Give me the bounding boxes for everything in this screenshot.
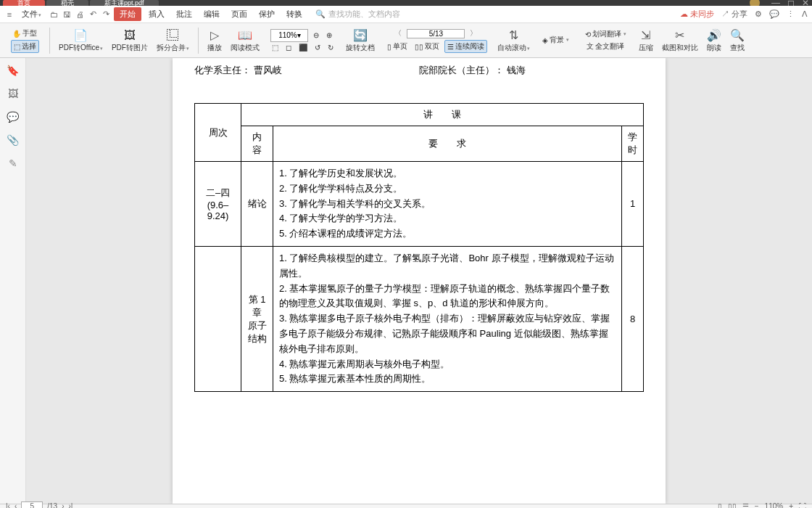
unsync-status[interactable]: ☁ 未同步 xyxy=(680,9,714,20)
save-icon[interactable]: 🖫 xyxy=(62,9,72,20)
pdf-to-image[interactable]: 🖼PDF转图片 xyxy=(109,25,151,57)
rotate-right-icon[interactable]: ↻ xyxy=(326,43,336,52)
tab-file[interactable]: 新主课ppt.pdf xyxy=(90,0,159,6)
cell-content: 第 1 章 原子结构 xyxy=(241,246,273,391)
tab-bar: 首页 稻壳 新主课ppt.pdf — ◻ ✕ xyxy=(0,0,812,6)
word-translate[interactable]: ⟲ 划词翻译▾ xyxy=(583,28,629,40)
toolbar: ✋ 手型 ⬚ 选择 📄PDF转Office▾ 🖼PDF转图片 ⿺拆分合并▾ ▷播… xyxy=(0,23,812,58)
actual-size-icon[interactable]: ⬛ xyxy=(297,43,310,52)
dept-head-label: 化学系主任： xyxy=(194,65,251,75)
cell-content: 绪论 xyxy=(241,162,273,247)
document-viewport[interactable]: 化学系主任： 曹风岐 院部院长（主任）： 钱海 周次 讲 课 内 容 要 求 学… xyxy=(26,58,812,504)
th-content: 内 容 xyxy=(241,126,273,162)
redo-icon[interactable]: ↷ xyxy=(101,9,111,20)
menu-page[interactable]: 页面 xyxy=(227,7,252,21)
side-nav: 🔖 🖼 💬 📎 ✎ xyxy=(0,58,26,504)
dean-name: 钱海 xyxy=(507,65,526,75)
hand-tool[interactable]: ✋ 手型 xyxy=(10,28,39,39)
menu-bar: ≡ 文件▾ 🗀 🖫 🖨 ↶ ↷ 开始 插入 批注 编辑 页面 保护 转换 🔍 查… xyxy=(0,6,812,23)
menu-start[interactable]: 开始 xyxy=(114,7,141,21)
view-mode-1-icon[interactable]: ▯ xyxy=(718,502,722,508)
prev-page-icon[interactable]: ‹ xyxy=(14,502,17,508)
dean-label: 院部院长（主任）： xyxy=(419,65,504,75)
page-indicator[interactable]: 5/13 xyxy=(407,29,465,38)
continuous-read[interactable]: ☰ 连续阅读 xyxy=(444,40,487,53)
status-bar: |‹ ‹ 5 /13 › ›| ▯ ▯▯ ☰ − 110% + ⛶ xyxy=(0,504,812,508)
zoom-out-btn[interactable]: − xyxy=(755,502,759,508)
cell-requirements: 1. 了解化学历史和发展状况。 2. 了解化学学科特点及分支。 3. 了解化学与… xyxy=(273,162,622,247)
screenshot-compare[interactable]: ✂截图和对比 xyxy=(659,25,701,57)
full-translate[interactable]: 文 全文翻译 xyxy=(584,41,626,52)
select-tool[interactable]: ⬚ 选择 xyxy=(11,40,39,53)
cell-hours: 8 xyxy=(622,246,644,391)
cell-hours: 1 xyxy=(622,162,644,247)
cell-requirements: 1. 了解经典核模型的建立。了解氢原子光谱、Bohr 原子模型，理解微观粒子运动… xyxy=(273,246,622,391)
table-row: 第 1 章 原子结构 1. 了解经典核模型的建立。了解氢原子光谱、Bohr 原子… xyxy=(195,246,644,391)
fit-width-icon[interactable]: ⬚ xyxy=(270,43,281,52)
page-total: /13 xyxy=(47,502,57,508)
double-page[interactable]: ▯▯ 双页 xyxy=(413,41,442,52)
th-requirements: 要 求 xyxy=(273,126,622,162)
find-button[interactable]: 🔍查找 xyxy=(727,25,747,57)
search-icon: 🔍 xyxy=(315,9,326,19)
attachment-icon[interactable]: 📎 xyxy=(7,134,20,147)
undo-icon[interactable]: ↶ xyxy=(88,9,98,20)
fit-page-icon[interactable]: ◻ xyxy=(283,43,294,52)
table-row: 二–四 (9.6– 9.24) 绪论 1. 了解化学历史和发展状况。 2. 了解… xyxy=(195,162,644,247)
pdf-to-office[interactable]: 📄PDF转Office▾ xyxy=(56,25,106,57)
menu-insert[interactable]: 插入 xyxy=(144,7,169,21)
syllabus-table: 周次 讲 课 内 容 要 求 学时 起 止 日 月 二–四 (9.6– 9.24… xyxy=(194,103,644,392)
open-icon[interactable]: 🗀 xyxy=(49,9,59,20)
view-mode-3-icon[interactable]: ☰ xyxy=(742,502,749,508)
th-lecture: 讲 课 xyxy=(241,104,644,126)
page-5: 化学系主任： 曹风岐 院部院长（主任）： 钱海 周次 讲 课 内 容 要 求 学… xyxy=(173,58,666,504)
print-icon[interactable]: 🖨 xyxy=(75,9,85,20)
background[interactable]: ◈ 背景▾ xyxy=(540,34,571,46)
zoom-level[interactable]: 110% ▾ xyxy=(270,29,308,42)
zoom-out-icon[interactable]: ⊖ xyxy=(311,30,321,40)
tab-docer[interactable]: 稻壳 xyxy=(46,0,88,6)
rotate-left-icon[interactable]: ↺ xyxy=(312,43,323,52)
auto-scroll[interactable]: ⇅自动滚动▾ xyxy=(494,25,533,57)
menu-protect[interactable]: 保护 xyxy=(254,7,279,21)
cell-dates xyxy=(195,246,241,391)
collapse-icon[interactable]: ᐱ xyxy=(802,9,808,19)
zoom-in-btn[interactable]: + xyxy=(789,502,793,508)
zoom-in-icon[interactable]: ⊕ xyxy=(324,30,334,40)
zoom-value: 110% xyxy=(765,502,784,508)
compress[interactable]: ⇲压缩 xyxy=(636,25,656,57)
single-page[interactable]: ▯ 单页 xyxy=(385,41,410,52)
menu-convert[interactable]: 转换 xyxy=(282,7,307,21)
hamburger-icon[interactable]: ≡ xyxy=(4,9,14,20)
last-page-icon[interactable]: ›| xyxy=(69,502,73,508)
tab-home[interactable]: 首页 xyxy=(3,0,45,6)
dept-head-name: 曹风岐 xyxy=(254,65,282,75)
menu-edit[interactable]: 编辑 xyxy=(199,7,224,21)
fullscreen-icon[interactable]: ⛶ xyxy=(799,502,806,508)
comment-panel-icon[interactable]: 💬 xyxy=(7,110,20,123)
signature-icon[interactable]: ✎ xyxy=(7,157,20,170)
more-icon[interactable]: ⋮ xyxy=(787,9,795,19)
gear-icon[interactable]: ⚙ xyxy=(755,9,762,19)
next-page-icon[interactable]: › xyxy=(62,502,64,508)
page-num-input[interactable]: 5 xyxy=(21,501,43,508)
rotate-doc[interactable]: 🔄旋转文档 xyxy=(343,25,378,57)
next-page[interactable]: 〉 xyxy=(468,28,479,39)
read-mode[interactable]: 📖阅读模式 xyxy=(228,25,262,57)
share-button[interactable]: ↗ 分享 xyxy=(721,9,747,20)
thumbnail-icon[interactable]: 🖼 xyxy=(7,87,20,100)
feedback-icon[interactable]: 💬 xyxy=(769,9,779,19)
th-hours: 学时 xyxy=(622,126,644,162)
prev-page[interactable]: 〈 xyxy=(392,28,404,39)
bookmark-icon[interactable]: 🔖 xyxy=(7,64,20,77)
first-page-icon[interactable]: |‹ xyxy=(6,502,10,508)
read-aloud[interactable]: 🔊朗读 xyxy=(704,25,724,57)
menu-comment[interactable]: 批注 xyxy=(172,7,196,21)
view-mode-2-icon[interactable]: ▯▯ xyxy=(728,502,737,508)
split-merge[interactable]: ⿺拆分合并▾ xyxy=(154,25,192,57)
play-button[interactable]: ▷播放 xyxy=(204,25,225,57)
cell-dates: 二–四 (9.6– 9.24) xyxy=(195,162,241,247)
menu-search[interactable]: 🔍 查找功能、文档内容 xyxy=(315,9,400,20)
menu-file[interactable]: 文件▾ xyxy=(17,7,46,21)
th-week: 周次 xyxy=(195,104,241,162)
